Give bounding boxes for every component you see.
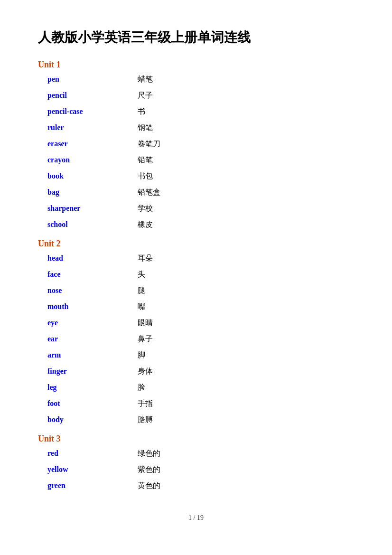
english-word: yellow [47,465,128,474]
unit-section-unit2: Unit 2head耳朵face头nose腿mouth嘴eye眼睛ear鼻子ar… [38,239,354,429]
english-word: face [47,270,128,279]
word-row: nose腿 [47,286,354,300]
chinese-meaning: 身体 [138,367,153,376]
unit-header-unit1: Unit 1 [38,60,354,70]
english-word: pen [47,75,128,84]
word-list-unit1: pen蜡笔pencil尺子pencil-case书ruler钢笔eraser卷笔… [47,75,354,234]
chinese-meaning: 蜡笔 [138,75,153,85]
word-row: pencil尺子 [47,91,354,105]
chinese-meaning: 书包 [138,171,153,181]
unit-header-unit2: Unit 2 [38,239,354,249]
english-word: mouth [47,302,128,311]
english-word: sharpener [47,204,128,213]
word-row: ruler钢笔 [47,123,354,137]
chinese-meaning: 钢笔 [138,123,153,133]
units-container: Unit 1pen蜡笔pencil尺子pencil-case书ruler钢笔er… [38,60,354,495]
word-row: arm脚 [47,350,354,365]
chinese-meaning: 绿色的 [138,449,160,459]
chinese-meaning: 胳膊 [138,415,153,425]
chinese-meaning: 黄色的 [138,481,160,491]
chinese-meaning: 尺子 [138,91,153,101]
chinese-meaning: 脸 [138,383,145,393]
word-row: sharpener学校 [47,204,354,218]
english-word: ruler [47,123,128,132]
chinese-meaning: 手指 [138,399,153,409]
word-row: ear鼻子 [47,334,354,348]
unit-section-unit1: Unit 1pen蜡笔pencil尺子pencil-case书ruler钢笔er… [38,60,354,234]
chinese-meaning: 学校 [138,204,153,214]
word-list-unit3: red绿色的yellow紫色的green黄色的 [47,449,354,495]
english-word: pencil-case [47,107,128,116]
chinese-meaning: 铅笔盒 [138,188,160,198]
chinese-meaning: 紫色的 [138,465,160,475]
word-row: finger身体 [47,367,354,381]
word-row: red绿色的 [47,449,354,463]
chinese-meaning: 脚 [138,350,145,360]
english-word: eye [47,319,128,327]
chinese-meaning: 眼睛 [138,318,153,328]
english-word: body [47,415,128,424]
english-word: bag [47,188,128,197]
word-row: bag铅笔盒 [47,188,354,202]
chinese-meaning: 耳朵 [138,254,153,263]
word-row: pencil-case书 [47,107,354,121]
english-word: ear [47,335,128,343]
english-word: nose [47,286,128,295]
english-word: red [47,449,128,458]
english-word: crayon [47,156,128,164]
english-word: pencil [47,91,128,100]
english-word: school [47,220,128,229]
unit-header-unit3: Unit 3 [38,434,354,444]
word-row: head耳朵 [47,254,354,268]
chinese-meaning: 卷笔刀 [138,139,160,149]
chinese-meaning: 嘴 [138,302,145,312]
chinese-meaning: 橡皮 [138,220,153,230]
english-word: eraser [47,140,128,148]
page-title: 人教版小学英语三年级上册单词连线 [38,28,354,47]
english-word: leg [47,383,128,392]
word-row: pen蜡笔 [47,75,354,89]
english-word: foot [47,399,128,408]
word-row: green黄色的 [47,481,354,495]
chinese-meaning: 头 [138,270,145,280]
word-row: eye眼睛 [47,318,354,332]
word-row: school橡皮 [47,220,354,234]
word-row: mouth嘴 [47,302,354,316]
english-word: green [47,481,128,490]
word-list-unit2: head耳朵face头nose腿mouth嘴eye眼睛ear鼻子arm脚fing… [47,254,354,429]
word-row: yellow紫色的 [47,465,354,479]
word-row: face头 [47,270,354,284]
word-row: foot手指 [47,399,354,413]
word-row: body胳膊 [47,415,354,429]
chinese-meaning: 腿 [138,286,145,296]
chinese-meaning: 书 [138,107,145,117]
word-row: crayon铅笔 [47,155,354,169]
chinese-meaning: 铅笔 [138,155,153,165]
english-word: finger [47,367,128,376]
page-footer: 1 / 19 [38,514,354,522]
english-word: head [47,254,128,263]
chinese-meaning: 鼻子 [138,334,153,344]
word-row: book书包 [47,171,354,186]
unit-section-unit3: Unit 3red绿色的yellow紫色的green黄色的 [38,434,354,495]
english-word: arm [47,351,128,359]
word-row: leg脸 [47,383,354,397]
word-row: eraser卷笔刀 [47,139,354,153]
english-word: book [47,172,128,180]
